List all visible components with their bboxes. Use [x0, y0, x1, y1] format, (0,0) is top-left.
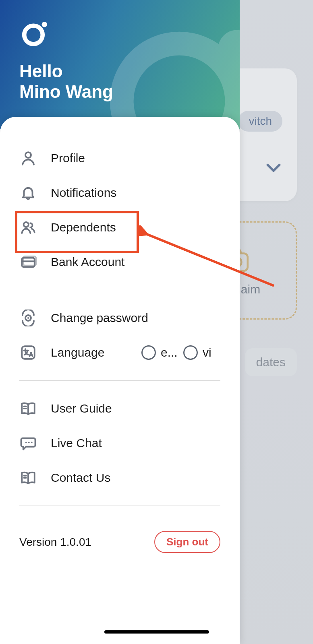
menu-label: Profile: [51, 151, 85, 165]
drawer-header: Hello Mino Wang: [0, 0, 240, 129]
greeting-hello: Hello: [19, 61, 113, 82]
home-indicator: [104, 630, 209, 634]
menu-label: Live Chat: [51, 436, 102, 450]
language-option-label: e...: [161, 346, 178, 359]
svg-point-14: [28, 442, 30, 444]
annotation-arrow-icon: [137, 225, 282, 298]
language-options: e... vi: [141, 345, 220, 360]
sign-out-button[interactable]: Sign out: [154, 531, 220, 553]
greeting-username: Mino Wang: [19, 82, 113, 102]
menu-label: Bank Account: [51, 255, 124, 269]
menu-item-profile[interactable]: Profile: [19, 141, 220, 175]
svg-point-15: [31, 442, 33, 444]
menu-item-user-guide[interactable]: User Guide: [19, 391, 220, 426]
bell-icon: [19, 184, 37, 202]
chat-icon: [19, 434, 37, 452]
language-icon: [19, 344, 37, 361]
radio-en[interactable]: [141, 345, 156, 360]
book-icon: [19, 400, 37, 417]
svg-point-6: [25, 152, 31, 158]
radio-vi[interactable]: [183, 345, 198, 360]
drawer-footer: Version 1.0.01 Sign out: [0, 516, 240, 553]
divider: [19, 380, 220, 381]
language-option-label: vi: [203, 346, 220, 359]
card-icon: [19, 253, 37, 271]
menu-label: Notifications: [51, 186, 116, 200]
menu-section-settings: Change password Language e... vi: [0, 301, 240, 370]
menu-item-notifications[interactable]: Notifications: [19, 175, 220, 210]
book-icon: [19, 469, 37, 487]
svg-rect-12: [22, 346, 35, 359]
svg-point-4: [24, 26, 43, 44]
watermark-logo-icon: [95, 8, 240, 129]
menu-label: Language: [51, 346, 104, 359]
menu-item-live-chat[interactable]: Live Chat: [19, 426, 220, 460]
svg-point-2: [122, 43, 237, 129]
svg-point-11: [27, 317, 29, 319]
menu-item-contact-us[interactable]: Contact Us: [19, 460, 220, 495]
divider: [19, 506, 220, 506]
app-root: vitch it a claim dates: [0, 0, 313, 644]
person-icon: [19, 149, 37, 167]
fingerprint-icon: [19, 309, 37, 327]
svg-point-13: [25, 442, 27, 444]
menu-item-language: Language e... vi: [19, 335, 220, 370]
svg-point-5: [41, 22, 47, 27]
navigation-drawer: Hello Mino Wang Profile Notifications: [0, 0, 240, 644]
menu-label: User Guide: [51, 402, 112, 415]
svg-line-16: [145, 233, 274, 286]
app-logo-icon: [19, 18, 50, 48]
menu-item-change-password[interactable]: Change password: [19, 301, 220, 335]
menu-label: Change password: [51, 311, 148, 325]
menu-section-help: User Guide Live Chat Contact Us: [0, 391, 240, 495]
menu-label: Contact Us: [51, 471, 110, 485]
annotation-highlight-box: [15, 211, 139, 253]
version-label: Version 1.0.01: [19, 536, 91, 549]
greeting-text: Hello Mino Wang: [19, 61, 113, 102]
drawer-body: Profile Notifications Dependents: [0, 117, 240, 644]
